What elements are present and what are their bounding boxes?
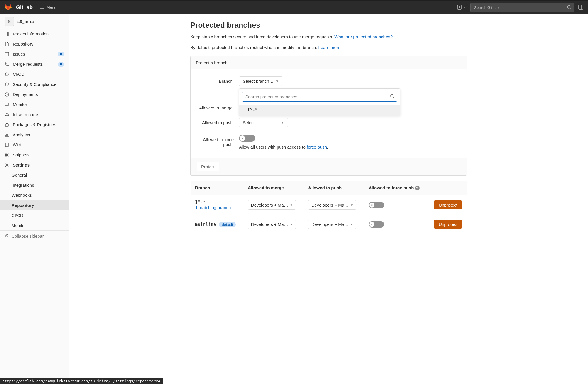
sidebar-sub-integrations[interactable]: Integrations bbox=[0, 180, 69, 190]
svg-rect-4 bbox=[8, 32, 9, 36]
svg-rect-2 bbox=[579, 5, 583, 9]
sidebar-item-merge-requests[interactable]: Merge requests0 bbox=[0, 59, 69, 69]
row-force-toggle[interactable]: ✕ bbox=[369, 202, 384, 208]
close-icon: ✕ bbox=[240, 135, 245, 141]
allowed-merge-label: Allowed to merge: bbox=[196, 103, 239, 110]
branch-name: IM-* bbox=[195, 200, 239, 205]
project-header[interactable]: S s3_infra bbox=[0, 14, 69, 29]
issues-icon bbox=[5, 52, 9, 56]
top-navbar: GitLab Menu bbox=[0, 0, 588, 14]
status-bar-url: https://gitlab.com/pmmquickstartguides/s… bbox=[0, 378, 163, 384]
unprotect-button[interactable]: Unprotect bbox=[434, 220, 462, 229]
th-force: Allowed to force push ? bbox=[364, 181, 427, 195]
package-icon bbox=[5, 122, 9, 127]
sidebar-item-repository[interactable]: Repository bbox=[0, 39, 69, 49]
sidebar-item-settings[interactable]: Settings bbox=[0, 160, 69, 170]
nav-util-icon[interactable] bbox=[578, 5, 583, 11]
row-push-select[interactable]: Developers + Ma…▼ bbox=[308, 220, 356, 229]
row-merge-select[interactable]: Developers + Ma…▼ bbox=[248, 200, 296, 210]
protect-button[interactable]: Protect bbox=[197, 162, 219, 171]
row-push-select[interactable]: Developers + Ma…▼ bbox=[308, 200, 356, 210]
row-force-toggle[interactable]: ✕ bbox=[369, 221, 384, 228]
sidebar: S s3_infra Project information Repositor… bbox=[0, 14, 69, 384]
branch-search-popover: IM-5 bbox=[239, 88, 400, 116]
file-icon bbox=[5, 42, 9, 46]
chevron-down-icon: ▼ bbox=[350, 203, 353, 207]
svg-point-1 bbox=[567, 5, 570, 8]
svg-rect-10 bbox=[5, 103, 9, 105]
global-search-input[interactable] bbox=[470, 3, 574, 12]
close-icon: ✕ bbox=[369, 203, 374, 208]
sidebar-sub-general[interactable]: General bbox=[0, 170, 69, 180]
sidebar-item-analytics[interactable]: Analytics bbox=[0, 130, 69, 140]
sidebar-item-monitor[interactable]: Monitor bbox=[0, 99, 69, 109]
sidebar-item-infrastructure[interactable]: Infrastructure bbox=[0, 109, 69, 120]
hamburger-icon bbox=[39, 5, 44, 10]
matching-branch-link[interactable]: 1 matching branch bbox=[195, 205, 231, 210]
svg-point-14 bbox=[5, 155, 7, 156]
row-merge-select[interactable]: Developers + Ma…▼ bbox=[248, 220, 296, 229]
deployment-icon bbox=[5, 92, 9, 97]
svg-point-13 bbox=[5, 154, 7, 155]
merge-requests-count: 0 bbox=[58, 62, 64, 67]
learn-more-link[interactable]: Learn more. bbox=[318, 45, 342, 50]
branch-label: Branch: bbox=[196, 76, 239, 84]
panel-title: Protect a branch bbox=[191, 56, 467, 69]
th-branch: Branch bbox=[191, 181, 243, 195]
sidebar-item-project-info[interactable]: Project information bbox=[0, 29, 69, 39]
search-icon bbox=[567, 5, 571, 10]
sidebar-item-snippets[interactable]: Snippets bbox=[0, 150, 69, 160]
sidebar-sub-cicd[interactable]: CI/CD bbox=[0, 210, 69, 220]
unprotect-button[interactable]: Unprotect bbox=[434, 200, 462, 209]
svg-point-7 bbox=[5, 65, 6, 66]
svg-point-8 bbox=[7, 65, 9, 66]
issues-count: 0 bbox=[58, 52, 64, 56]
allowed-push-label: Allowed to push: bbox=[196, 118, 239, 125]
sidebar-item-deployments[interactable]: Deployments bbox=[0, 89, 69, 99]
page-description-2: By default, protected branches restrict … bbox=[190, 44, 467, 51]
new-dropdown[interactable] bbox=[457, 5, 466, 10]
search-icon bbox=[390, 94, 394, 99]
chevron-down-icon: ▼ bbox=[281, 121, 284, 124]
scissors-icon bbox=[5, 153, 9, 157]
chevron-down-icon: ▼ bbox=[276, 80, 279, 83]
svg-point-15 bbox=[6, 164, 8, 166]
force-push-link[interactable]: force push bbox=[307, 145, 327, 150]
branch-search-input[interactable] bbox=[242, 92, 397, 102]
sidebar-item-security[interactable]: Security & Compliance bbox=[0, 79, 69, 89]
branch-name: mainline bbox=[195, 222, 216, 227]
page-title: Protected branches bbox=[190, 21, 467, 30]
sidebar-sub-monitor[interactable]: Monitor bbox=[0, 220, 69, 230]
allowed-push-select[interactable]: Select ▼ bbox=[239, 118, 288, 127]
chevron-down-icon: ▼ bbox=[290, 203, 293, 207]
project-name: s3_infra bbox=[17, 19, 34, 24]
branch-option[interactable]: IM-5 bbox=[239, 105, 400, 116]
help-icon[interactable]: ? bbox=[415, 186, 420, 190]
menu-label: Menu bbox=[46, 5, 56, 10]
sidebar-sub-webhooks[interactable]: Webhooks bbox=[0, 190, 69, 200]
collapse-sidebar[interactable]: Collapse sidebar bbox=[0, 230, 69, 241]
gitlab-logo-icon[interactable] bbox=[5, 4, 12, 12]
brand-wordmark[interactable]: GitLab bbox=[16, 5, 33, 11]
sidebar-item-wiki[interactable]: Wiki bbox=[0, 140, 69, 150]
svg-point-16 bbox=[391, 94, 393, 97]
sidebar-item-cicd[interactable]: CI/CD bbox=[0, 69, 69, 79]
default-badge: default bbox=[219, 222, 236, 227]
book-icon bbox=[5, 143, 9, 147]
sidebar-item-issues[interactable]: Issues0 bbox=[0, 49, 69, 59]
info-icon bbox=[5, 32, 9, 36]
svg-rect-5 bbox=[5, 52, 9, 56]
chart-icon bbox=[5, 133, 9, 137]
menu-button[interactable]: Menu bbox=[37, 4, 59, 12]
branch-select-dropdown[interactable]: Select branch… ▼ bbox=[239, 76, 282, 86]
force-push-toggle[interactable]: ✕ bbox=[239, 135, 255, 142]
what-are-protected-branches-link[interactable]: What are protected branches? bbox=[334, 34, 393, 39]
sidebar-sub-repository[interactable]: Repository bbox=[0, 200, 69, 210]
gear-icon bbox=[5, 163, 9, 167]
svg-rect-11 bbox=[5, 124, 8, 126]
sidebar-item-packages[interactable]: Packages & Registries bbox=[0, 120, 69, 130]
table-row: IM-* 1 matching branch Developers + Ma…▼… bbox=[191, 195, 467, 215]
rocket-icon bbox=[5, 72, 9, 77]
chevron-down-icon: ▼ bbox=[290, 223, 293, 226]
chevron-down-icon: ▼ bbox=[350, 223, 353, 226]
